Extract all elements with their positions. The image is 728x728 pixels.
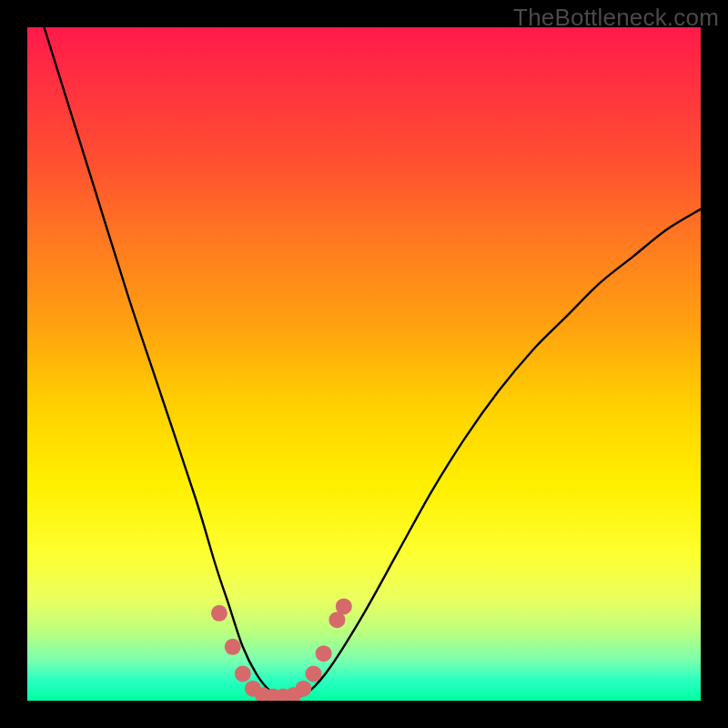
chart-stage: TheBottleneck.com bbox=[0, 0, 728, 728]
valley-dot bbox=[336, 598, 352, 614]
curve-svg bbox=[27, 27, 701, 701]
valley-dot bbox=[316, 645, 332, 662]
valley-dot bbox=[306, 665, 322, 682]
bottleneck-curve-path bbox=[27, 27, 701, 697]
valley-dot bbox=[211, 605, 228, 622]
valley-dot bbox=[295, 681, 311, 697]
valley-dot bbox=[225, 639, 241, 655]
plot-area bbox=[27, 27, 701, 701]
valley-dot bbox=[235, 665, 251, 682]
